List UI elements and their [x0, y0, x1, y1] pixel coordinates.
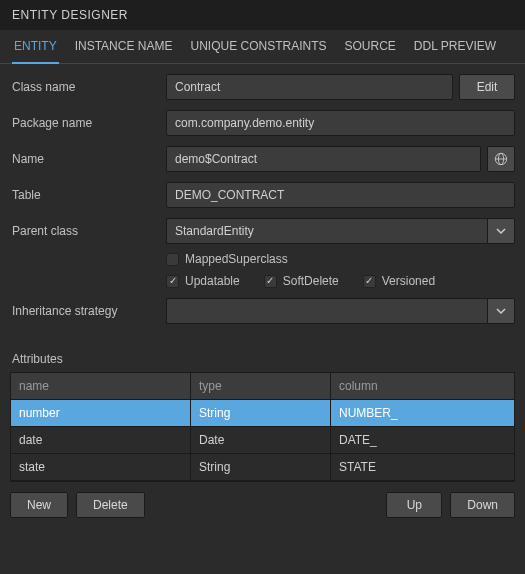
class-name-label: Class name	[10, 80, 160, 94]
mapped-superclass-label: MappedSuperclass	[185, 252, 288, 266]
chevron-down-icon	[496, 306, 506, 316]
cell-type: Date	[191, 427, 331, 454]
table-row[interactable]: date Date DATE_	[11, 427, 514, 454]
inheritance-label: Inheritance strategy	[10, 304, 160, 318]
cell-type: String	[191, 400, 331, 427]
cell-name: date	[11, 427, 191, 454]
name-label: Name	[10, 152, 160, 166]
footer-buttons: New Delete Up Down	[0, 482, 525, 528]
cell-name: state	[11, 454, 191, 481]
versioned-checkbox[interactable]: Versioned	[363, 274, 435, 288]
globe-button[interactable]	[487, 146, 515, 172]
new-button[interactable]: New	[10, 492, 68, 518]
down-button[interactable]: Down	[450, 492, 515, 518]
tab-instance-name[interactable]: INSTANCE NAME	[73, 30, 175, 64]
inheritance-dropdown[interactable]	[166, 298, 515, 324]
checkbox-box	[166, 275, 179, 288]
cell-type: String	[191, 454, 331, 481]
col-column[interactable]: column	[331, 373, 514, 400]
checkbox-box	[166, 253, 179, 266]
table-field[interactable]: DEMO_CONTRACT	[166, 182, 515, 208]
chevron-down-icon	[496, 226, 506, 236]
attributes-table: name type column number String NUMBER_ d…	[10, 372, 515, 482]
tab-bar: ENTITY INSTANCE NAME UNIQUE CONSTRAINTS …	[0, 30, 525, 64]
tab-source[interactable]: SOURCE	[342, 30, 397, 64]
parent-class-dropdown[interactable]: StandardEntity	[166, 218, 515, 244]
delete-button[interactable]: Delete	[76, 492, 145, 518]
panel-title: ENTITY DESIGNER	[0, 0, 525, 30]
table-row[interactable]: number String NUMBER_	[11, 400, 514, 427]
package-name-label: Package name	[10, 116, 160, 130]
col-name[interactable]: name	[11, 373, 191, 400]
entity-form: Class name Contract Edit Package name co…	[0, 64, 525, 324]
updatable-checkbox[interactable]: Updatable	[166, 274, 240, 288]
table-row[interactable]: state String STATE	[11, 454, 514, 481]
class-name-field[interactable]: Contract	[166, 74, 453, 100]
edit-button[interactable]: Edit	[459, 74, 515, 100]
inheritance-chevron-button[interactable]	[487, 298, 515, 324]
parent-class-value: StandardEntity	[166, 218, 487, 244]
cell-name: number	[11, 400, 191, 427]
cell-column: STATE	[331, 454, 514, 481]
attributes-title: Attributes	[12, 352, 525, 366]
name-field[interactable]: demo$Contract	[166, 146, 481, 172]
cell-column: NUMBER_	[331, 400, 514, 427]
cell-column: DATE_	[331, 427, 514, 454]
spacer	[153, 492, 379, 518]
globe-icon	[494, 152, 508, 166]
parent-class-label: Parent class	[10, 224, 160, 238]
parent-class-chevron-button[interactable]	[487, 218, 515, 244]
inheritance-value	[166, 298, 487, 324]
col-type[interactable]: type	[191, 373, 331, 400]
tab-ddl-preview[interactable]: DDL PREVIEW	[412, 30, 498, 64]
checkbox-box	[264, 275, 277, 288]
tab-unique-constraints[interactable]: UNIQUE CONSTRAINTS	[188, 30, 328, 64]
softdelete-label: SoftDelete	[283, 274, 339, 288]
updatable-label: Updatable	[185, 274, 240, 288]
versioned-label: Versioned	[382, 274, 435, 288]
softdelete-checkbox[interactable]: SoftDelete	[264, 274, 339, 288]
mapped-superclass-checkbox[interactable]: MappedSuperclass	[166, 252, 288, 266]
package-name-field[interactable]: com.company.demo.entity	[166, 110, 515, 136]
table-label: Table	[10, 188, 160, 202]
table-header: name type column	[11, 373, 514, 400]
tab-entity[interactable]: ENTITY	[12, 30, 59, 64]
checkbox-box	[363, 275, 376, 288]
up-button[interactable]: Up	[386, 492, 442, 518]
